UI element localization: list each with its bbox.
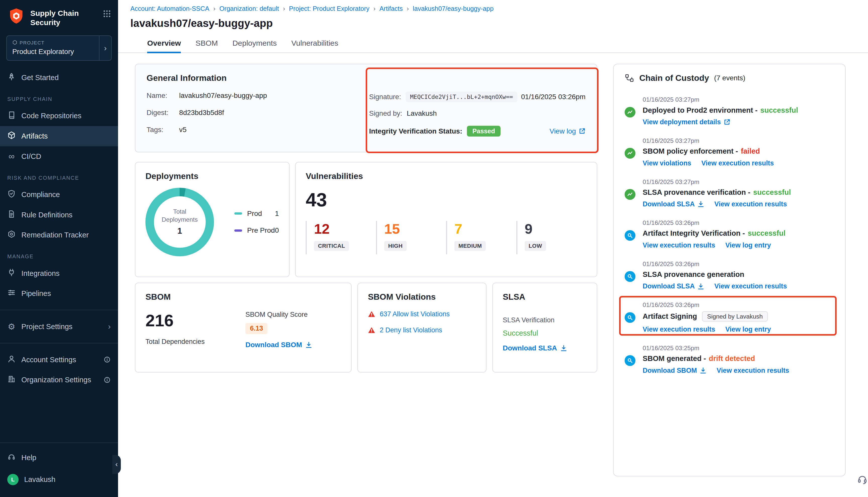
download-slsa-link[interactable]: Download SLSA — [643, 200, 704, 208]
scan-event-icon — [625, 271, 635, 282]
deny-list-violations-link[interactable]: 2 Deny list Violations — [380, 326, 442, 334]
download-slsa-link[interactable]: Download SLSA — [503, 344, 587, 352]
sidebar-item-label: Help — [22, 454, 37, 462]
view-execution-results-link[interactable]: View execution results — [714, 200, 787, 208]
scan-event-icon — [625, 355, 635, 366]
sidebar-item-cicd[interactable]: ∞ CI/CD — [0, 146, 118, 167]
view-execution-results-link[interactable]: View execution results — [701, 159, 774, 167]
hexagon-icon — [7, 230, 16, 240]
sidebar-item-get-started[interactable]: Get Started — [0, 68, 118, 88]
view-execution-results-link[interactable]: View execution results — [716, 367, 789, 374]
tab-bar: Overview SBOM Deployments Vulnerabilitie… — [118, 29, 868, 53]
integrity-status-field: Integrity Verification Status: Passed Vi… — [369, 126, 586, 136]
gear-icon: ⚙ — [7, 323, 16, 331]
page-title: lavakush07/easy-buggy-app — [118, 12, 868, 29]
chevron-right-icon: › — [108, 322, 111, 331]
sidebar-item-label: Integrations — [22, 269, 59, 278]
scan-event-icon — [625, 230, 635, 241]
tab-sbom[interactable]: SBOM — [196, 39, 218, 53]
pipeline-event-icon — [625, 107, 635, 118]
section-risk-and-compliance: RISK AND COMPLIANCE — [0, 167, 118, 184]
download-slsa-link[interactable]: Download SLSA — [643, 282, 704, 290]
signature-field: Signature: MEQCICde2VjiT...bL+2+mqnOXw==… — [369, 91, 586, 102]
sidebar-item-code-repositories[interactable]: Code Repositories — [0, 106, 118, 126]
view-log-entry-link[interactable]: View log entry — [725, 241, 771, 249]
breadcrumb-current[interactable]: lavakush07/easy-buggy-app — [413, 5, 494, 12]
tags-field: Tags: v5 — [147, 126, 369, 134]
main-content: Account: Automation-SSCA › Organization:… — [118, 0, 868, 477]
sidebar-item-artifacts[interactable]: Artifacts — [0, 126, 118, 146]
sidebar-item-integrations[interactable]: Integrations — [0, 263, 118, 284]
sidebar-item-label: Account Settings — [22, 356, 76, 364]
view-execution-results-link[interactable]: View execution results — [714, 282, 787, 290]
sbom-card: SBOM 216 Total Dependencies SBOM Quality… — [135, 283, 352, 372]
sidebar-item-remediation-tracker[interactable]: Remediation Tracker — [0, 225, 118, 245]
view-execution-results-link[interactable]: View execution results — [643, 326, 715, 333]
sidebar-item-pipelines[interactable]: Pipelines — [0, 283, 118, 304]
repo-icon — [7, 111, 16, 121]
project-cube-icon — [12, 40, 17, 46]
breadcrumb-project[interactable]: Project: Product Exploratory — [289, 5, 369, 12]
signature-timestamp: 01/16/2025 03:26pm — [521, 93, 586, 101]
apps-grid-icon[interactable] — [103, 10, 111, 20]
download-icon — [700, 367, 706, 374]
legend-item-pre-prod: Pre Prod 0 — [234, 226, 279, 235]
info-icon — [103, 376, 111, 384]
shield-check-icon — [7, 189, 16, 200]
tab-deployments[interactable]: Deployments — [233, 39, 277, 53]
breadcrumb-artifacts[interactable]: Artifacts — [379, 5, 403, 12]
view-execution-results-link[interactable]: View execution results — [643, 241, 715, 249]
headset-icon — [857, 473, 868, 485]
section-manage: MANAGE — [0, 245, 118, 263]
sidebar-item-account-settings[interactable]: Account Settings — [0, 350, 118, 370]
sidebar-item-label: Organization Settings — [22, 376, 91, 384]
breadcrumb-separator: › — [213, 5, 215, 12]
warning-icon — [368, 327, 375, 334]
sidebar-item-rule-definitions[interactable]: Rule Definitions — [0, 205, 118, 225]
sidebar-item-label: CI/CD — [22, 152, 41, 161]
user-menu[interactable]: L Lavakush — [0, 468, 118, 492]
card-title: Deployments — [145, 171, 279, 181]
slsa-card: SLSA SLSA Verification Successful Downlo… — [492, 283, 597, 372]
card-title: SBOM — [145, 292, 341, 302]
help-widget-button[interactable] — [857, 473, 868, 487]
app-title: Supply Chain Security — [30, 7, 98, 27]
sidebar-item-compliance[interactable]: Compliance — [0, 184, 118, 205]
card-title: SLSA — [503, 292, 587, 302]
card-title: SBOM Violations — [368, 292, 476, 302]
building-icon — [7, 375, 16, 385]
sidebar-item-label: Artifacts — [22, 132, 48, 140]
download-icon — [698, 201, 704, 208]
sidebar-item-label: Remediation Tracker — [22, 231, 89, 239]
view-log-entry-link[interactable]: View log entry — [725, 326, 771, 333]
sidebar-collapse-handle[interactable]: ‹ — [112, 455, 121, 474]
deployments-donut-chart: Total Deployments 1 — [145, 188, 214, 256]
view-violations-link[interactable]: View violations — [643, 159, 691, 167]
card-title: General Information — [147, 73, 586, 83]
sidebar-item-label: Project Settings — [22, 323, 73, 331]
chevron-left-icon: ‹ — [115, 460, 118, 468]
card-title: Vulnerabilities — [306, 171, 587, 181]
download-sbom-link[interactable]: Download SBOM — [643, 367, 706, 374]
allow-list-violations-link[interactable]: 637 Allow list Violations — [380, 310, 450, 318]
sidebar-item-project-settings[interactable]: ⚙ Project Settings › — [0, 316, 118, 337]
severity-critical: 12 CRITICAL — [306, 221, 376, 254]
download-sbom-link[interactable]: Download SBOM — [246, 341, 312, 349]
pipeline-icon — [7, 288, 16, 299]
plug-icon — [7, 268, 16, 279]
app-header: Supply Chain Security — [0, 0, 118, 33]
download-icon — [560, 345, 567, 352]
project-selector[interactable]: PROJECT Product Exploratory › — [6, 36, 112, 61]
slsa-status: Successful — [503, 329, 587, 337]
view-log-link[interactable]: View log — [549, 127, 586, 135]
tab-vulnerabilities[interactable]: Vulnerabilities — [291, 39, 338, 53]
view-deployment-details-link[interactable]: View deployment details — [643, 118, 730, 126]
breadcrumb-account[interactable]: Account: Automation-SSCA — [130, 5, 209, 12]
tab-overview[interactable]: Overview — [147, 39, 181, 53]
vulnerabilities-card: Vulnerabilities 43 12 CRITICAL 15 HIGH 7 — [295, 162, 597, 277]
sidebar-item-help[interactable]: Help — [0, 448, 118, 468]
rocket-icon — [7, 73, 16, 83]
breadcrumb-organization[interactable]: Organization: default — [219, 5, 279, 12]
sidebar-item-organization-settings[interactable]: Organization Settings — [0, 370, 118, 390]
pre-prod-swatch — [234, 229, 242, 232]
